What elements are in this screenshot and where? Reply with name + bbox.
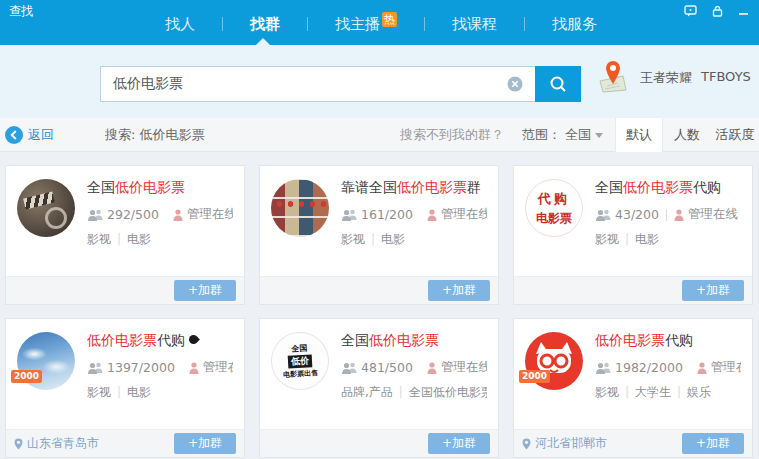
chevron-down-icon bbox=[595, 133, 603, 142]
group-tags: 影视大学生娱乐 bbox=[595, 384, 741, 401]
window-title: 查找 bbox=[9, 3, 33, 20]
admin-status: 管理在线 bbox=[187, 206, 233, 223]
feedback-icon[interactable] bbox=[684, 5, 697, 17]
members-icon bbox=[341, 362, 357, 374]
hot-badge: 热 bbox=[382, 12, 397, 27]
group-stats: 481/500 管理在线 bbox=[341, 359, 487, 376]
tab-find-group[interactable]: 找群 bbox=[223, 15, 307, 34]
group-card[interactable]: 全国低价电影票 292/500 管理在线 影视电影 +加群 bbox=[5, 165, 245, 305]
admin-status: 管理在线 bbox=[441, 359, 487, 376]
scope-dropdown[interactable]: 范围： 全国 bbox=[522, 126, 603, 144]
search-section: 王者荣耀 TFBOYS 鹿晗 bbox=[0, 45, 759, 118]
admin-online-icon bbox=[427, 362, 437, 374]
join-group-button[interactable]: +加群 bbox=[174, 280, 236, 301]
members-icon bbox=[595, 209, 611, 221]
admin-online-icon bbox=[697, 362, 707, 374]
group-card[interactable]: 全国低价电影票出售 全国低价电影票 481/500 管理在线 品牌,产品全国低价… bbox=[259, 318, 499, 458]
capacity-badge: 2000 bbox=[519, 370, 550, 383]
admin-online-icon bbox=[189, 362, 199, 374]
group-title[interactable]: 全国低价电影票 bbox=[341, 332, 487, 350]
cant-find-group-link[interactable]: 搜索不到我的群？ bbox=[400, 126, 504, 144]
hot-keyword[interactable]: TFBOYS bbox=[701, 69, 751, 87]
card-footer: +加群 bbox=[260, 429, 498, 457]
group-card[interactable]: 靠谱全国低价电影票群 161/200 管理在线 影视电影 +加群 bbox=[259, 165, 499, 305]
admin-online-icon bbox=[427, 209, 437, 221]
group-stats: 292/500 管理在线 bbox=[87, 206, 233, 223]
group-title[interactable]: 低价电影票代购 bbox=[87, 332, 233, 350]
card-footer: 山东省青岛市 +加群 bbox=[6, 429, 244, 457]
members-icon bbox=[87, 362, 103, 374]
active-tab-pointer bbox=[256, 38, 270, 45]
admin-status: 管理在线 bbox=[203, 359, 233, 376]
droplet-icon bbox=[187, 333, 200, 346]
card-footer: +加群 bbox=[260, 276, 498, 304]
sort-tabs: 默认 人数 活跃度 bbox=[615, 118, 759, 152]
capacity-badge: 2000 bbox=[11, 370, 42, 383]
group-tags: 影视电影 bbox=[341, 231, 487, 248]
group-tags: 影视电影 bbox=[87, 231, 233, 248]
group-title[interactable]: 全国低价电影票代购 bbox=[595, 179, 741, 197]
admin-online-icon bbox=[173, 209, 183, 221]
group-location: 河北省邯郸市 bbox=[522, 435, 607, 452]
group-title[interactable]: 低价电影票代购 bbox=[595, 332, 741, 350]
group-avatar bbox=[17, 179, 75, 237]
hot-keyword[interactable]: 王者荣耀 bbox=[640, 69, 692, 87]
join-group-button[interactable]: +加群 bbox=[174, 433, 236, 454]
group-avatar: 2000 bbox=[17, 332, 75, 390]
location-pin-icon bbox=[522, 438, 531, 450]
tab-find-streamer[interactable]: 找主播热 bbox=[308, 15, 424, 34]
member-count: 43/200 bbox=[615, 207, 659, 222]
admin-status: 管理在线 bbox=[688, 206, 738, 223]
join-group-button[interactable]: +加群 bbox=[428, 280, 490, 301]
group-avatar: 代购电影票 bbox=[525, 179, 583, 237]
join-group-button[interactable]: +加群 bbox=[428, 433, 490, 454]
sort-tab-default[interactable]: 默认 bbox=[615, 118, 663, 152]
group-card[interactable]: 2000 低价电影票代购 1982/2000 管理在线 影视大学生娱乐 河北省邯… bbox=[513, 318, 753, 458]
admin-status: 管理在线 bbox=[441, 206, 487, 223]
join-group-button[interactable]: +加群 bbox=[682, 433, 744, 454]
results-area: 全国低价电影票 292/500 管理在线 影视电影 +加群 bbox=[0, 152, 759, 459]
sort-tab-members[interactable]: 人数 bbox=[663, 118, 711, 152]
member-count: 292/500 bbox=[107, 207, 159, 222]
tab-find-service[interactable]: 找服务 bbox=[525, 15, 624, 34]
group-tags: 影视电影 bbox=[87, 384, 233, 401]
search-button[interactable] bbox=[535, 66, 581, 102]
clear-search-icon[interactable] bbox=[507, 76, 523, 96]
search-input[interactable] bbox=[100, 66, 535, 102]
join-group-button[interactable]: +加群 bbox=[682, 280, 744, 301]
group-card[interactable]: 2000 低价电影票代购 1397/2000 管理在线 影视电影 山东省青岛市 … bbox=[5, 318, 245, 458]
member-count: 1982/2000 bbox=[615, 360, 683, 375]
map-pin-icon bbox=[598, 59, 628, 97]
title-bar: 查找 找人 找群 找主播热 找课程 找服务 bbox=[0, 0, 759, 45]
admin-online-icon bbox=[674, 209, 684, 221]
sort-tab-activity[interactable]: 活跃度 bbox=[711, 118, 759, 152]
members-icon bbox=[595, 362, 611, 374]
group-stats: 43/200 管理在线 bbox=[595, 206, 741, 223]
location-pin-icon bbox=[14, 438, 23, 450]
back-arrow-icon bbox=[5, 126, 23, 144]
member-count: 161/200 bbox=[361, 207, 413, 222]
group-stats: 161/200 管理在线 bbox=[341, 206, 487, 223]
card-footer: +加群 bbox=[514, 276, 752, 304]
search-summary: 搜索: 低价电影票 bbox=[40, 118, 205, 152]
lock-icon[interactable] bbox=[712, 5, 723, 17]
group-avatar: 2000 bbox=[525, 332, 583, 390]
members-icon bbox=[341, 209, 357, 221]
hot-keywords: 王者荣耀 TFBOYS 鹿晗 bbox=[640, 69, 759, 87]
main-nav: 找人 找群 找主播热 找课程 找服务 bbox=[138, 11, 624, 37]
group-title[interactable]: 靠谱全国低价电影票群 bbox=[341, 179, 487, 197]
tab-find-course[interactable]: 找课程 bbox=[425, 15, 524, 34]
minimize-icon[interactable] bbox=[738, 5, 749, 17]
member-count: 1397/2000 bbox=[107, 360, 175, 375]
group-title[interactable]: 全国低价电影票 bbox=[87, 179, 233, 197]
group-stats: 1397/2000 管理在线 bbox=[87, 359, 233, 376]
card-footer: 河北省邯郸市 +加群 bbox=[514, 429, 752, 457]
group-card[interactable]: 代购电影票 全国低价电影票代购 43/200 管理在线 影视电影 +加群 bbox=[513, 165, 753, 305]
group-avatar bbox=[271, 179, 329, 237]
group-stats: 1982/2000 管理在线 bbox=[595, 359, 741, 376]
group-tags: 影视电影 bbox=[595, 231, 741, 248]
tab-find-people[interactable]: 找人 bbox=[138, 15, 222, 34]
card-footer: +加群 bbox=[6, 276, 244, 304]
admin-status: 管理在线 bbox=[711, 359, 741, 376]
group-location: 山东省青岛市 bbox=[14, 435, 99, 452]
